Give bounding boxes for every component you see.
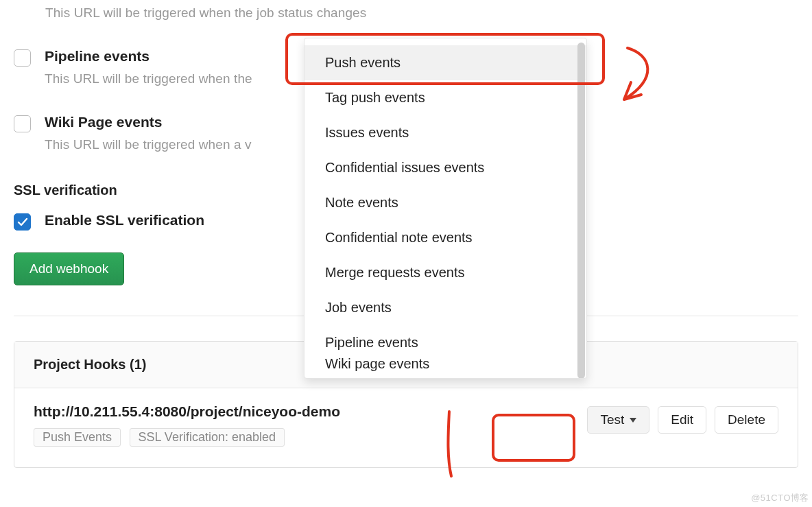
badge-push-events: Push Events <box>34 428 121 447</box>
badge-ssl-enabled: SSL Verification: enabled <box>130 428 285 447</box>
test-button[interactable]: Test <box>587 406 649 434</box>
pipeline-events-label: Pipeline events <box>45 48 252 64</box>
enable-ssl-checkbox[interactable] <box>14 213 31 231</box>
dropdown-item-note-events[interactable]: Note events <box>304 185 586 220</box>
wiki-events-label: Wiki Page events <box>45 114 252 130</box>
caret-down-icon <box>630 418 636 423</box>
dropdown-scrollbar[interactable] <box>577 43 585 379</box>
hook-actions: Test Edit Delete <box>587 406 778 434</box>
watermark: @51CTO博客 <box>751 492 809 504</box>
wiki-events-checkbox[interactable] <box>14 115 31 132</box>
dropdown-item-pipeline-events[interactable]: Pipeline events <box>304 325 586 360</box>
dropdown-item-wiki-page-events[interactable]: Wiki page events <box>304 356 586 373</box>
pipeline-events-desc: This URL will be triggered when the <box>45 71 252 86</box>
enable-ssl-label: Enable SSL verification <box>45 212 204 228</box>
edit-button[interactable]: Edit <box>658 406 706 434</box>
test-dropdown-menu: Push events Tag push events Issues event… <box>304 38 587 379</box>
wiki-events-desc: This URL will be triggered when a v <box>45 137 252 152</box>
pipeline-events-checkbox[interactable] <box>14 49 31 67</box>
test-button-label: Test <box>600 412 624 427</box>
dropdown-item-job-events[interactable]: Job events <box>304 290 586 325</box>
delete-button[interactable]: Delete <box>715 406 778 434</box>
dropdown-item-tag-push-events[interactable]: Tag push events <box>304 80 586 115</box>
dropdown-item-push-events[interactable]: Push events <box>304 45 586 80</box>
hook-badges: Push Events SSL Verification: enabled <box>34 428 340 447</box>
dropdown-item-issues-events[interactable]: Issues events <box>304 115 586 150</box>
check-icon <box>17 217 28 228</box>
dropdown-item-confidential-issues-events[interactable]: Confidential issues events <box>304 150 586 185</box>
job-event-desc: This URL will be triggered when the job … <box>45 5 798 21</box>
dropdown-item-confidential-note-events[interactable]: Confidential note events <box>304 220 586 255</box>
hook-url: http://10.211.55.4:8080/project/niceyoo-… <box>34 403 340 420</box>
add-webhook-button[interactable]: Add webhook <box>14 252 124 285</box>
dropdown-item-merge-requests-events[interactable]: Merge requests events <box>304 255 586 290</box>
